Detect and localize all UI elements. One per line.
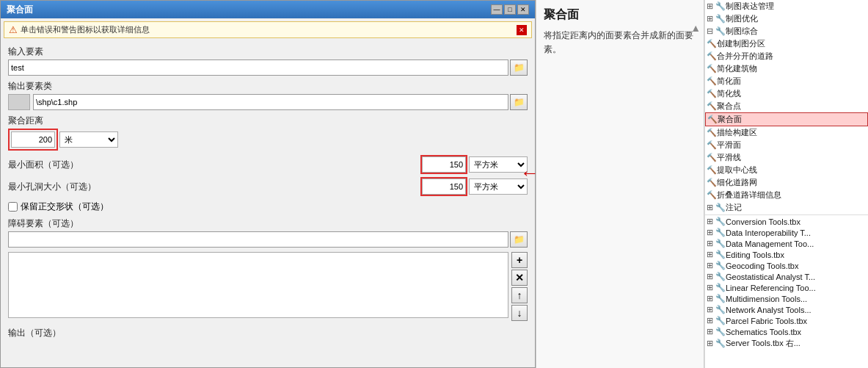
list-down-button[interactable]: ↓	[511, 305, 528, 321]
tree-item-jianhua-mian[interactable]: 🔨 简化面	[705, 75, 868, 87]
tree-item-miaohui[interactable]: 🔨 描绘构建区	[705, 126, 868, 139]
input-feature-field[interactable]	[8, 59, 508, 76]
tree-item-zhuji[interactable]: ⊞ 🔧 注记	[705, 201, 868, 214]
warning-close-button[interactable]: ✕	[517, 25, 527, 35]
tool-icon-zhedeng-daolu: 🔨	[707, 190, 717, 200]
tree-item-jianhua-xian[interactable]: 🔨 简化线	[705, 87, 868, 100]
tree-item-pinghua-mian[interactable]: 🔨 平滑面	[705, 139, 868, 151]
tbx-icon-data-interop: 🔧	[715, 228, 726, 237]
tbx-icon-linear-ref: 🔧	[715, 283, 726, 292]
expand-icon-geostatistical: ⊞	[707, 272, 715, 281]
list-add-button[interactable]: +	[511, 252, 528, 268]
info-text: 将指定距离内的面要素合并成新的面要素。	[544, 29, 696, 57]
tree-label-network-analyst: Network Analyst Tools...	[726, 306, 812, 314]
left-arrow-icon: ←	[520, 162, 539, 184]
tree-item-zhitu-zonghe[interactable]: ⊟ 🔧 制图综合	[705, 25, 868, 37]
tree-label-miaohui: 描绘构建区	[717, 127, 757, 138]
tree-item-juhe-mian[interactable]: 🔨 聚合面	[705, 112, 868, 126]
tree-item-xihua-daolu[interactable]: 🔨 细化道路网	[705, 176, 868, 189]
tool-icon-xihua-daolu: 🔨	[707, 178, 717, 187]
tree-item-zhitu-biaoda[interactable]: ⊞ 🔧 制图表达管理	[705, 0, 868, 12]
tree-label-parcel-fabric: Parcel Fabric Tools.tbx	[726, 317, 807, 325]
list-up-button[interactable]: ↑	[511, 287, 528, 303]
tree-item-schematics[interactable]: ⊞ 🔧 Schematics Tools.tbx	[705, 326, 868, 337]
close-button[interactable]: ✕	[517, 4, 529, 15]
tbx-icon-network-analyst: 🔧	[715, 305, 726, 314]
expand-icon-editing: ⊞	[707, 250, 715, 259]
input-feature-browse-button[interactable]: 📁	[510, 59, 528, 76]
tree-item-data-mgmt[interactable]: ⊞ 🔧 Data Management Too...	[705, 238, 868, 249]
info-title: 聚合面	[544, 7, 696, 23]
tree-item-multidimension[interactable]: ⊞ 🔧 Multidimension Tools...	[705, 293, 868, 304]
min-hole-unit-select[interactable]: 平方米 平方千米 英亩	[469, 178, 528, 195]
tree-item-chuangjian[interactable]: 🔨 创建制图分区	[705, 37, 868, 50]
list-remove-button[interactable]: ✕	[511, 270, 528, 286]
min-area-field[interactable]	[422, 156, 466, 173]
folder-icon-zhuji: 🔧	[715, 203, 726, 212]
tree-item-hebing[interactable]: 🔨 合并分开的道路	[705, 50, 868, 62]
list-box[interactable]	[8, 252, 508, 318]
tool-icon-hebing: 🔨	[707, 51, 717, 61]
tree-item-geocoding[interactable]: ⊞ 🔧 Geocoding Tools.tbx	[705, 260, 868, 271]
dialog-title: 聚合面	[7, 4, 33, 16]
tree-item-conversion[interactable]: ⊞ 🔧 Conversion Tools.tbx	[705, 216, 868, 227]
tree-item-zhedeng-daolu[interactable]: 🔨 折叠道路详细信息	[705, 189, 868, 201]
maximize-button[interactable]: □	[504, 4, 516, 15]
tree-item-jianhua-jianzhu[interactable]: 🔨 简化建筑物	[705, 62, 868, 75]
expand-icon-conversion: ⊞	[707, 217, 715, 226]
expand-icon-network-analyst: ⊞	[707, 305, 715, 314]
tree-label-tiqu-zhongxin: 提取中心线	[717, 165, 757, 176]
tree-item-editing[interactable]: ⊞ 🔧 Editing Tools.tbx	[705, 249, 868, 260]
tree-item-zhitu-youhua[interactable]: ⊞ 🔧 制图优化	[705, 12, 868, 25]
barrier-browse-button[interactable]: 📁	[510, 231, 528, 248]
tool-icon-jianhua-xian: 🔨	[707, 89, 717, 98]
tree-item-network-analyst[interactable]: ⊞ 🔧 Network Analyst Tools...	[705, 304, 868, 315]
expand-icon-schematics: ⊞	[707, 327, 715, 336]
tree-item-juhe-dian[interactable]: 🔨 聚合点	[705, 100, 868, 112]
tree-item-tiqu-zhongxin[interactable]: 🔨 提取中心线	[705, 164, 868, 176]
output-feature-browse-button[interactable]: 📁	[510, 94, 528, 110]
aggregation-distance-field[interactable]	[11, 131, 55, 148]
tree-label-multidimension: Multidimension Tools...	[726, 295, 807, 303]
tbx-icon-multidimension: 🔧	[715, 294, 726, 303]
tbx-icon-geocoding: 🔧	[715, 261, 726, 270]
tree-label-editing: Editing Tools.tbx	[726, 250, 784, 259]
warning-text: 单击错误和警告图标以获取详细信息	[21, 24, 150, 35]
folder-icon-youhua: 🔧	[715, 14, 726, 24]
tree-label-conversion: Conversion Tools.tbx	[726, 217, 800, 226]
input-feature-row: 输入要素 📁	[8, 46, 528, 76]
tree-item-pinghua-xian[interactable]: 🔨 平滑线	[705, 151, 868, 164]
tree-label-pinghua-mian: 平滑面	[717, 140, 741, 151]
tree-item-parcel-fabric[interactable]: ⊞ 🔧 Parcel Fabric Tools.tbx	[705, 315, 868, 326]
tbx-icon-schematics: 🔧	[715, 327, 726, 336]
input-feature-inputs: 📁	[8, 59, 528, 76]
tree-item-data-interop[interactable]: ⊞ 🔧 Data Interoperability T...	[705, 227, 868, 238]
output-feature-field[interactable]	[33, 94, 508, 110]
minimize-button[interactable]: —	[491, 4, 503, 15]
output-feature-label: 输出要素类	[8, 80, 528, 93]
tbx-icon-geostatistical: 🔧	[715, 272, 726, 281]
min-area-inputs: 平方米 平方千米 英亩	[420, 155, 528, 174]
tree-item-geostatistical[interactable]: ⊞ 🔧 Geostatistical Analyst T...	[705, 271, 868, 282]
barrier-field[interactable]	[8, 231, 508, 248]
min-area-unit-select[interactable]: 平方米 平方千米 英亩	[469, 156, 528, 173]
min-hole-field[interactable]	[422, 178, 466, 195]
info-panel: 聚合面 将指定距离内的面要素合并成新的面要素。 ▲ ←	[536, 0, 704, 368]
expand-icon-multidimension: ⊞	[707, 294, 715, 303]
expand-icon-parcel-fabric: ⊞	[707, 316, 715, 325]
tree-label-chuangjian: 创建制图分区	[717, 38, 765, 49]
tool-icon-tiqu-zhongxin: 🔨	[707, 165, 717, 175]
tree-item-server-tools[interactable]: ⊞ 🔧 Server Tools.tbx 右...	[705, 337, 868, 350]
expand-icon-youhua: ⊞	[707, 14, 715, 24]
tree-item-linear-ref[interactable]: ⊞ 🔧 Linear Referencing Too...	[705, 282, 868, 293]
expand-icon-zhuji: ⊞	[707, 203, 715, 212]
list-area: + ✕ ↑ ↓	[8, 252, 528, 321]
output-optional-label: 输出（可选）	[8, 327, 528, 339]
orthogonal-checkbox[interactable]	[8, 202, 18, 212]
aggregation-distance-label: 聚合距离	[8, 115, 528, 127]
tree-panel[interactable]: ⊞ 🔧 制图表达管理 ⊞ 🔧 制图优化 ⊟ 🔧 制图综合 🔨 创建制图分区 🔨 …	[704, 0, 868, 368]
output-feature-row: 输出要素类 📁	[8, 80, 528, 110]
tool-icon-juhe-dian: 🔨	[707, 101, 717, 111]
aggregation-distance-unit-select[interactable]: 米 千米 英尺 英里	[59, 131, 118, 148]
dialog-body: 输入要素 📁 输出要素类 📁 聚合距离 米	[1, 41, 535, 367]
